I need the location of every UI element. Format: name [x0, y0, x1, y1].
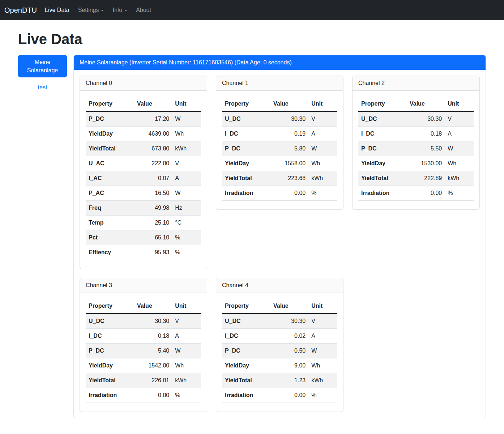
channel-title: Channel 3: [80, 278, 207, 293]
property-cell: Freq: [86, 201, 134, 216]
navbar-items: Live Data Settings Info About: [40, 3, 155, 17]
property-cell: I_DC: [358, 127, 407, 141]
unit-cell: %: [172, 245, 201, 260]
table-body: U_DC30.30VI_DC0.18AP_DC5.40WYieldDay1542…: [86, 314, 201, 403]
property-cell: P_DC: [86, 344, 134, 358]
value-cell: 16.50: [134, 186, 172, 201]
table-row: YieldTotal223.68kWh: [222, 171, 337, 186]
property-cell: I_AC: [86, 171, 134, 186]
column-header-property: Property: [86, 97, 134, 111]
channel-body: Property Value Unit P_DC17.20WYieldDay46…: [80, 91, 207, 269]
value-cell: 17.20: [134, 111, 172, 127]
value-cell: 0.00: [270, 186, 308, 201]
value-cell: 0.02: [270, 329, 308, 344]
table-row: U_DC30.30V: [86, 314, 201, 329]
unit-cell: %: [308, 186, 337, 201]
unit-cell: W: [172, 186, 201, 201]
value-cell: 25.10: [134, 216, 172, 230]
value-cell: 30.30: [270, 314, 308, 329]
value-cell: 5.40: [134, 344, 172, 358]
property-cell: Irradiation: [222, 388, 270, 403]
property-cell: P_AC: [86, 186, 134, 201]
value-cell: 30.30: [134, 314, 172, 329]
unit-cell: V: [308, 314, 337, 329]
unit-cell: W: [308, 141, 337, 156]
unit-cell: W: [172, 111, 201, 127]
unit-cell: kWh: [308, 171, 337, 186]
column-header-property: Property: [222, 97, 270, 111]
nav-item-live-data[interactable]: Live Data: [42, 3, 72, 17]
property-cell: YieldDay: [222, 156, 270, 171]
nav-item-info[interactable]: Info: [110, 3, 130, 17]
property-cell: Irradiation: [222, 186, 270, 201]
table-row: YieldTotal226.01kWh: [86, 373, 201, 388]
unit-cell: V: [308, 111, 337, 127]
property-cell: I_DC: [222, 329, 270, 344]
value-cell: 0.07: [134, 171, 172, 186]
table-row: U_AC222.00V: [86, 156, 201, 171]
navbar: OpenDTU Live Data Settings Info About: [0, 0, 504, 20]
property-cell: U_AC: [86, 156, 134, 171]
unit-cell: W: [308, 344, 337, 358]
property-cell: P_DC: [222, 141, 270, 156]
table-row: Effiency95.93%: [86, 245, 201, 260]
column-header-property: Property: [86, 299, 134, 314]
table-header-row: Property Value Unit: [86, 97, 201, 111]
table-row: Pct65.10%: [86, 230, 201, 245]
unit-cell: kWh: [308, 373, 337, 388]
value-cell: 4639.00: [134, 127, 172, 141]
sidebar: Meine Solaranlage test: [18, 55, 67, 92]
column-header-unit: Unit: [308, 97, 337, 111]
property-cell: Irradiation: [358, 186, 407, 201]
channel-table: Property Value Unit U_DC30.30VI_DC0.19AP…: [222, 97, 337, 201]
unit-cell: V: [172, 314, 201, 329]
property-cell: I_DC: [222, 127, 270, 141]
property-cell: U_DC: [222, 314, 270, 329]
value-cell: 0.18: [407, 127, 445, 141]
table-row: YieldDay1558.00Wh: [222, 156, 337, 171]
table-row: I_DC0.02A: [222, 329, 337, 344]
unit-cell: Wh: [445, 156, 474, 171]
inverter-select-button[interactable]: Meine Solaranlage: [18, 55, 67, 77]
property-cell: YieldTotal: [222, 171, 270, 186]
table-row: P_DC0.50W: [222, 344, 337, 358]
unit-cell: kWh: [172, 373, 201, 388]
unit-cell: A: [308, 329, 337, 344]
property-cell: YieldTotal: [86, 373, 134, 388]
value-cell: 30.30: [270, 111, 308, 127]
nav-item-about[interactable]: About: [133, 3, 154, 17]
property-cell: P_DC: [222, 344, 270, 358]
table-row: YieldDay9.00Wh: [222, 358, 337, 373]
column-header-value: Value: [134, 97, 172, 111]
table-row: YieldDay4639.00Wh: [86, 127, 201, 141]
channel-card: Channel 2 Property Value Unit U_DC30.30V…: [352, 76, 480, 210]
chevron-down-icon: [101, 10, 104, 11]
table-row: U_DC30.30V: [358, 111, 474, 127]
table-row: I_DC0.18A: [86, 329, 201, 344]
property-cell: Temp: [86, 216, 134, 230]
value-cell: 0.00: [134, 388, 172, 403]
nav-item-settings-label: Settings: [78, 7, 99, 13]
table-row: YieldTotal1.23kWh: [222, 373, 337, 388]
test-link[interactable]: test: [18, 83, 67, 92]
table-row: Irradiation0.00%: [222, 388, 337, 403]
value-cell: 0.18: [134, 329, 172, 344]
table-row: P_DC17.20W: [86, 111, 201, 127]
property-cell: Effiency: [86, 245, 134, 260]
column-header-value: Value: [134, 299, 172, 314]
channel-title: Channel 1: [216, 76, 343, 91]
value-cell: 49.98: [134, 201, 172, 216]
table-row: I_AC0.07A: [86, 171, 201, 186]
unit-cell: Wh: [308, 156, 337, 171]
value-cell: 1558.00: [270, 156, 308, 171]
value-cell: 5.50: [407, 141, 445, 156]
table-header-row: Property Value Unit: [222, 299, 337, 314]
table-body: U_DC30.30VI_DC0.19AP_DC5.80WYieldDay1558…: [222, 111, 337, 201]
nav-item-settings[interactable]: Settings: [75, 3, 107, 17]
navbar-brand[interactable]: OpenDTU: [4, 5, 37, 16]
table-row: YieldDay1542.00Wh: [86, 358, 201, 373]
channel-body: Property Value Unit U_DC30.30VI_DC0.19AP…: [216, 91, 343, 209]
channel-body: Property Value Unit U_DC30.30VI_DC0.18AP…: [80, 293, 207, 412]
property-cell: U_DC: [358, 111, 407, 127]
table-header-row: Property Value Unit: [358, 97, 474, 111]
